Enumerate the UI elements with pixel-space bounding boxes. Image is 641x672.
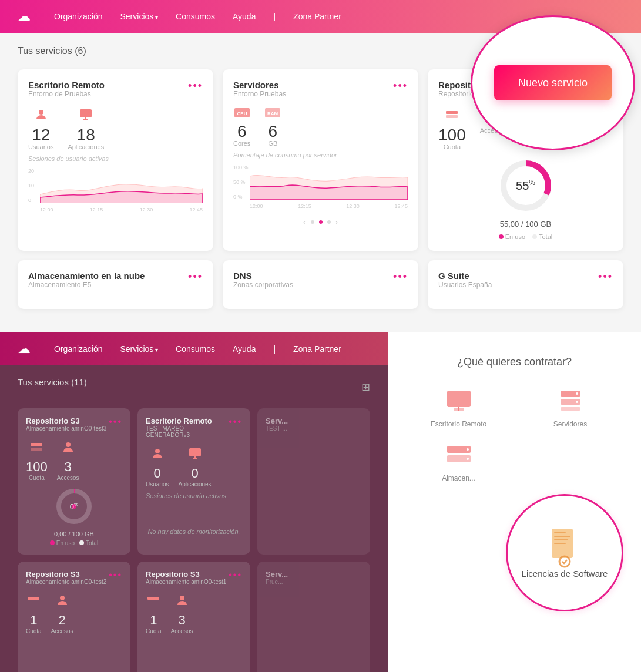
nav-consumos[interactable]: Consumos xyxy=(176,12,215,21)
bottom-grid: Repositorio S3 Almacenamiento aminO0-tes… xyxy=(18,408,370,672)
b-card-header-2: Escritorio Remoto TEST-MAREO-GENERADORv3… xyxy=(146,416,242,444)
nav-zona-partner[interactable]: Zona Partner xyxy=(293,12,341,21)
svg-rect-7 xyxy=(446,115,458,118)
svg-rect-28 xyxy=(561,407,580,411)
pg-dot-1[interactable] xyxy=(311,220,314,224)
svg-point-17 xyxy=(155,449,160,453)
b-stat-usuarios-2: 0 Usuarios xyxy=(146,446,169,488)
licencias-circle[interactable]: Licencias de Software xyxy=(506,494,623,611)
card-almacenamiento: Almacenamiento en la nube Almacenamiento… xyxy=(18,260,213,309)
donut-chart: 55% xyxy=(496,156,555,215)
pg-prev[interactable]: ‹ xyxy=(303,217,306,227)
svg-rect-12 xyxy=(31,448,42,451)
card-menu-4[interactable]: ••• xyxy=(188,271,203,283)
b-legend-used-dot-1 xyxy=(50,540,55,545)
b-card-dots-5[interactable]: ••• xyxy=(229,570,242,580)
b-stat-accesos-4: 2 Accesos xyxy=(51,593,73,634)
option-servidores[interactable]: Servidores xyxy=(521,386,620,428)
nav-separator: | xyxy=(273,12,276,21)
card-header-1: Escritorio Remoto Entorno de Pruebas ••• xyxy=(28,80,203,105)
svg-text:RAM: RAM xyxy=(267,111,278,116)
svg-rect-39 xyxy=(554,543,566,544)
card-menu-6[interactable]: ••• xyxy=(598,271,613,283)
pg-dot-3[interactable] xyxy=(327,220,331,224)
svg-point-0 xyxy=(39,110,43,115)
card-dns: DNS Zonas corporativas ••• xyxy=(223,260,418,309)
donut-container: 55% 55,00 / 100 GB En uso Total xyxy=(438,156,613,240)
service-options: Escritorio Remoto Servidores xyxy=(409,386,620,482)
b-card-info-5: Repositorio S3 Almacenamiento aminO0-tes… xyxy=(146,570,226,591)
b-nav-consumos[interactable]: Consumos xyxy=(176,344,215,354)
nav-organizacion[interactable]: Organización xyxy=(54,12,103,21)
b-user-icon-4 xyxy=(51,593,73,610)
card-title-2: Servidores Entorno Pruebas xyxy=(233,80,286,105)
b-monitor-icon-2 xyxy=(178,446,211,463)
card-header-2: Servidores Entorno Pruebas ••• xyxy=(233,80,408,105)
bottom-grid-icon[interactable]: ⊞ xyxy=(361,381,370,394)
card-servidores: Servidores Entorno Pruebas ••• CPU 6 xyxy=(223,69,418,251)
b-card-dots-4[interactable]: ••• xyxy=(109,570,122,580)
bottom-section-title: Tus servicios (11) xyxy=(18,377,87,387)
desktop-icon xyxy=(444,386,474,415)
nav-ayuda[interactable]: Ayuda xyxy=(233,12,256,21)
b-legend-total-dot-1 xyxy=(79,540,84,545)
card-stats-1: 12 Usuarios 18 Aplicaciones xyxy=(28,107,203,150)
card-title-1: Escritorio Remoto Entorno de Pruebas xyxy=(28,80,105,105)
bottom-section: ☁ Organización Servicios Consumos Ayuda … xyxy=(0,332,641,672)
b-user-icon-5 xyxy=(171,593,193,610)
logo-icon: ☁ xyxy=(18,9,31,24)
pg-next[interactable]: › xyxy=(335,217,338,227)
svg-rect-23 xyxy=(447,391,471,407)
svg-rect-18 xyxy=(189,448,201,456)
b-card-info-2: Escritorio Remoto TEST-MAREO-GENERADORv3 xyxy=(146,416,229,444)
svg-point-13 xyxy=(66,442,71,447)
chart-y-labels-2: 100 % 50 % 0 % xyxy=(233,164,249,200)
b-nav-servicios[interactable]: Servicios xyxy=(120,344,159,354)
svg-point-34 xyxy=(467,458,469,460)
b-nav-partner[interactable]: Zona Partner xyxy=(293,344,341,354)
svg-rect-11 xyxy=(31,443,42,446)
option-escritorio[interactable]: Escritorio Remoto xyxy=(409,386,509,428)
b-legend-1: En uso Total xyxy=(50,540,98,546)
b-stats-4: 1 Cuota 2 Accesos xyxy=(26,593,122,634)
chart-x-labels: 12:00 12:15 12:30 12:45 xyxy=(40,207,203,213)
card-menu-1[interactable]: ••• xyxy=(188,80,203,92)
b-donut-chart-1: 0% xyxy=(53,486,95,527)
svg-point-20 xyxy=(60,596,65,600)
b-card-info-1: Repositorio S3 Almacenamiento aminO0-tes… xyxy=(26,416,106,438)
section-title: Tus servicios (6) xyxy=(18,46,86,56)
b-stat-accesos-1: 3 Accesos xyxy=(57,440,79,481)
b-stat-cuota-1: 100 Cuota xyxy=(26,440,48,481)
b-donut-percent-1: 0% xyxy=(70,502,78,510)
chart-y-labels: 20 10 0 xyxy=(28,168,34,203)
bottom-navbar: ☁ Organización Servicios Consumos Ayuda … xyxy=(0,332,388,365)
b-storage-icon-1 xyxy=(26,440,48,457)
b-card-repositorio1: Repositorio S3 Almacenamiento aminO0-tes… xyxy=(18,408,130,555)
b-nav-organizacion[interactable]: Organización xyxy=(54,344,103,354)
b-user-icon-2 xyxy=(146,446,169,463)
bottom-main: Tus servicios (11) ⊞ Repositorio S3 Alma… xyxy=(18,377,370,672)
nuevo-servicio-button[interactable]: Nuevo servicio xyxy=(494,65,612,100)
card-title-6: G Suite Usuarios España xyxy=(438,271,492,296)
b-nav-ayuda[interactable]: Ayuda xyxy=(233,344,256,354)
b-card-dots-1[interactable]: ••• xyxy=(109,416,122,427)
bottom-section-header: Tus servicios (11) ⊞ xyxy=(18,377,370,397)
user-icon xyxy=(28,107,53,125)
b-stat-apps-2: 0 Aplicaciones xyxy=(178,446,211,488)
stat-usuarios: 12 Usuarios xyxy=(28,107,53,150)
svg-rect-37 xyxy=(554,536,570,537)
b-stats-1: 100 Cuota 3 Accesos xyxy=(26,440,122,481)
card-menu-5[interactable]: ••• xyxy=(393,271,408,283)
svg-rect-1 xyxy=(80,109,92,117)
svg-text:CPU: CPU xyxy=(237,111,247,116)
card-menu-2[interactable]: ••• xyxy=(393,80,408,92)
b-card-repositorio2: Repositorio S3 Almacenamiento aminO0-tes… xyxy=(18,562,130,672)
chart-servidores: 100 % 50 % 0 % 12:00 12:15 12:30 12:45 xyxy=(233,164,408,211)
b-storage-icon-5 xyxy=(146,593,162,610)
option-almacenamiento[interactable]: Almacen... xyxy=(409,440,509,482)
b-card-dots-2[interactable]: ••• xyxy=(229,416,242,427)
bottom-left-panel: ☁ Organización Servicios Consumos Ayuda … xyxy=(0,332,388,672)
nav-servicios[interactable]: Servicios xyxy=(120,12,159,21)
svg-rect-6 xyxy=(446,111,458,114)
pg-dot-2[interactable] xyxy=(319,220,323,224)
